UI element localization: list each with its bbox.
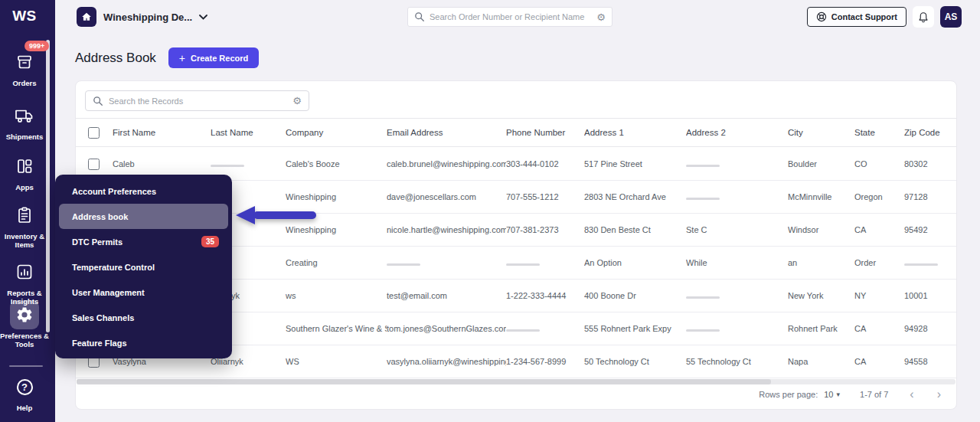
menu-item-account-preferences[interactable]: Account Preferences (59, 178, 228, 204)
cell-state: CA (854, 357, 904, 366)
support-ring-icon (816, 11, 827, 22)
menu-item-feature-flags[interactable]: Feature Flags (59, 330, 228, 355)
cell-addr1: An Option (584, 258, 686, 267)
page-title: Address Book (75, 51, 156, 66)
sidebar-item-shipments[interactable]: Shipments (0, 101, 49, 141)
contact-support-button[interactable]: Contact Support (807, 7, 906, 27)
cell-company: Creating (286, 258, 387, 267)
create-record-button[interactable]: + Create Record (168, 47, 259, 68)
rows-per-page-select[interactable]: 10 ▾ (824, 390, 840, 399)
cell-email: vasylyna.oliiarnyk@wineshipping... (387, 357, 506, 366)
cell-zip: 94558 (904, 357, 958, 366)
table-header: First NameLast NameCompanyEmail AddressP… (76, 118, 956, 147)
apps-grid-icon (10, 152, 39, 181)
global-search-input[interactable] (430, 12, 592, 21)
cell-company: Wineshipping (286, 192, 387, 201)
cell-state: Oregon (854, 192, 904, 201)
sidebar-item-help[interactable]: ?Help (0, 372, 49, 412)
search-settings-gear-icon[interactable]: ⚙ (596, 12, 606, 22)
sidebar-item-preferences-tools[interactable]: Preferences & Tools (0, 300, 49, 348)
cell-addr2 (686, 324, 788, 333)
empty-value-dash (686, 296, 720, 299)
truck-icon (10, 101, 39, 130)
cell-city: Windsor (788, 225, 854, 234)
bar-chart-icon (10, 257, 39, 286)
records-search: ⚙ (85, 90, 309, 111)
cell-email: nicole.hartle@wineshipping.com (387, 225, 506, 234)
sidebar-item-reports-insights[interactable]: Reports & Insights (0, 257, 49, 306)
rows-per-page-label: Rows per page: (759, 390, 818, 399)
cell-company: ws (286, 291, 387, 300)
empty-value-dash (686, 198, 720, 200)
menu-item-user-management[interactable]: User Management (59, 280, 228, 305)
orders-count-badge: 999+ (24, 41, 49, 51)
orders-box-icon (10, 47, 39, 77)
notifications-button[interactable] (913, 6, 934, 28)
select-all-checkbox[interactable] (88, 127, 100, 139)
sidebar-item-label: Shipments (0, 132, 49, 141)
topbar: Wineshipping De... ⚙ Contact Support AS (55, 0, 980, 34)
row-checkbox[interactable] (88, 159, 100, 170)
cell-phone: 303-444-0102 (506, 159, 584, 168)
cell-city: an (788, 258, 854, 267)
pagination-range: 1-7 of 7 (860, 390, 888, 399)
prev-page-button[interactable]: ‹ (908, 388, 915, 401)
cell-addr2 (686, 159, 788, 168)
menu-item-label: Feature Flags (72, 339, 127, 348)
next-page-button[interactable]: › (936, 388, 942, 401)
menu-item-temperature-control[interactable]: Temperature Control (59, 254, 228, 280)
cell-addr2 (686, 291, 788, 300)
menu-item-label: DTC Permits (72, 237, 122, 247)
topbar-right: Contact Support AS (807, 6, 962, 28)
empty-value-dash (506, 263, 540, 266)
sidebar-item-orders[interactable]: Orders999+ (0, 47, 49, 87)
menu-item-sales-channels[interactable]: Sales Channels (59, 305, 228, 330)
cell-addr2: Ste C (686, 225, 788, 234)
sidebar-item-inventory-items[interactable]: Inventory & Items (0, 201, 49, 249)
caret-down-icon: ▾ (837, 391, 841, 398)
table-footer: Rows per page: 10 ▾ 1-7 of 7 ‹ › (759, 388, 942, 401)
records-search-input[interactable] (109, 97, 287, 106)
preferences-tools-menu: Account PreferencesAddress bookDTC Permi… (55, 175, 232, 358)
column-header-last-name: Last Name (211, 128, 286, 137)
cell-email (387, 258, 506, 267)
dtc-permits-badge: 35 (201, 236, 219, 247)
cell-email: test@email.com (387, 291, 506, 300)
horizontal-scrollbar-thumb[interactable] (77, 379, 771, 384)
cell-city: McMinnville (788, 192, 854, 201)
column-header-company: Company (286, 128, 387, 137)
cell-zip: 95492 (904, 225, 958, 234)
menu-item-label: Temperature Control (72, 263, 155, 272)
bell-icon (918, 11, 929, 23)
column-header-zip-code: Zip Code (904, 128, 958, 137)
org-switcher[interactable]: Wineshipping De... (77, 7, 207, 27)
gear-icon (10, 300, 39, 329)
rows-per-page: Rows per page: 10 ▾ (759, 390, 840, 399)
user-avatar[interactable]: AS (940, 6, 962, 28)
menu-item-label: Account Preferences (72, 187, 156, 196)
search-icon (93, 96, 103, 106)
create-record-label: Create Record (191, 54, 248, 63)
cell-addr1: 830 Den Beste Ct (584, 225, 686, 234)
empty-value-dash (387, 263, 420, 266)
cell-city: Rohnert Park (788, 324, 854, 333)
cell-company: Caleb's Booze (286, 159, 387, 168)
sidebar-item-apps[interactable]: Apps (0, 152, 49, 191)
cell-phone: 1-222-333-4444 (506, 291, 584, 300)
cell-addr2: While (686, 258, 788, 267)
sidebar-item-label: Inventory & Items (0, 232, 49, 249)
empty-value-dash (904, 263, 938, 266)
sidebar-item-label: Help (0, 404, 49, 412)
menu-item-dtc-permits[interactable]: DTC Permits35 (59, 229, 228, 254)
column-header-email-address: Email Address (387, 128, 506, 137)
sidebar: WS Orders999+ShipmentsAppsInventory & It… (0, 0, 55, 422)
horizontal-scrollbar (77, 379, 956, 384)
records-settings-gear-icon[interactable]: ⚙ (292, 96, 302, 106)
cell-addr2 (686, 192, 788, 201)
menu-item-address-book[interactable]: Address book (59, 204, 228, 229)
plus-icon: + (179, 52, 185, 64)
cell-phone: 1-234-567-8999 (506, 357, 584, 366)
cell-company: WS (286, 357, 387, 366)
cell-city: Boulder (788, 159, 854, 168)
cell-zip: 94928 (904, 324, 958, 333)
